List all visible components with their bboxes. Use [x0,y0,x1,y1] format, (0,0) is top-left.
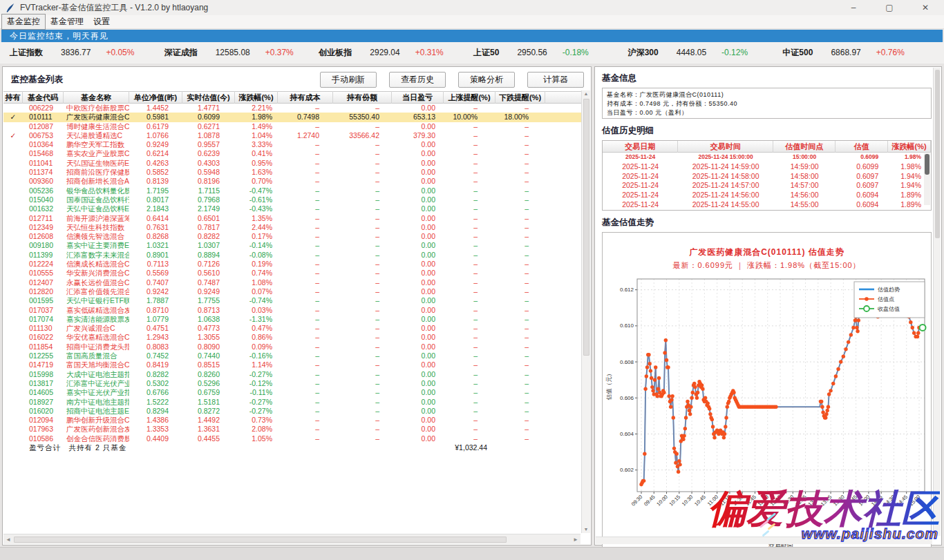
menu-item-fund-monitor[interactable]: 基金监控 [1,14,46,30]
manual-refresh-button[interactable]: 手动刷新 [320,72,377,88]
fund-table-row[interactable]: 011130广发兴诚混合C0.47510.47730.47%––0.00–– [3,324,583,333]
scrollbar-thumb[interactable] [14,537,507,543]
fund-table-row[interactable]: 014605嘉实中证光伏产业指数0.67660.6759-0.11%––0.00… [3,388,583,397]
header-cell[interactable]: 下跌提醒(%) [495,91,545,104]
value-cell: 0.6097 [836,181,888,191]
fund-table-row[interactable]: 017074嘉实清洁能源股票发起1.07791.0638-1.31%––0.00… [3,315,583,324]
minimize-button[interactable]: – [849,3,858,12]
history-row[interactable]: 2025-11-242025-11-24 14:56:0014:56:000.6… [603,191,931,200]
close-button[interactable]: ✕ [921,3,930,12]
fund-table-row[interactable]: ✓010111广发医药健康混合C0.59810.60991.98%0.74985… [3,113,583,122]
fund-table-row[interactable]: 010364鹏华空天军工指数0.92490.95573.33%––0.00–– [3,140,583,149]
scroll-right-icon[interactable]: ► [573,537,578,543]
fund-table-row[interactable]: 010555华安新兴消费混合C0.55690.56100.74%––0.00–– [3,269,583,278]
fund-table: 持有基金代码基金名称单位净值(昨)实时估值(今)涨跌幅(%)持有成本持有份额当日… [3,91,583,452]
fund-table-row[interactable]: 016022华安优嘉精选混合C1.29431.30550.86%––0.00–– [3,333,583,342]
alert-down-cell: – [495,204,545,213]
menu-item-settings[interactable]: 设置 [88,15,115,29]
history-scrollbar[interactable] [924,153,930,205]
fund-table-row[interactable]: 012608信澳领先智选混合0.82680.82820.17%––0.00–– [3,232,583,241]
calculator-button[interactable]: 计算器 [527,72,584,88]
history-row[interactable]: 2025-11-242025-11-24 14:55:0014:55:000.6… [603,200,931,210]
cost-cell: – [278,159,333,168]
fund-table-row[interactable]: 009360招商创新增长混合A0.81390.81960.70%––0.00–– [3,177,583,186]
view-history-button[interactable]: 查看历史 [389,72,446,88]
header-cell[interactable]: 估值 [836,141,888,153]
header-cell[interactable]: 实时估值(今) [182,91,235,104]
fund-table-row[interactable]: 005236银华食品饮料量化股票1.71951.7115-0.47%––0.00… [3,186,583,195]
history-row[interactable]: 2025-11-242025-11-24 14:57:0014:57:000.6… [603,181,931,191]
estimate-cell: 0.9557 [182,140,235,149]
scroll-left-icon[interactable]: ◄ [6,537,11,543]
panel-horizontal-scrollbar[interactable] [596,537,932,544]
fund-table-row[interactable]: 014719富国天旭均衡混合C0.84190.85151.14%––0.00–– [3,360,583,369]
estimate-cell: 1.5181 [182,398,235,407]
fund-table-row[interactable]: 010586创金合信医药消费股票0.44090.44551.05%––0.00–… [3,434,583,443]
fund-table-row[interactable]: 012094鹏华创新升级混合C1.43861.44920.73%––0.00–– [3,416,583,425]
scrollbar-thumb[interactable] [925,154,929,175]
fund-table-row[interactable]: 017037嘉实低碳精选混合发起0.87100.87130.03%––0.00–… [3,306,583,315]
history-row[interactable]: 2025-11-242025-11-24 14:58:0014:58:000.6… [603,172,931,182]
scrollbar-thumb[interactable] [583,99,589,356]
header-cell[interactable]: 单位净值(昨) [129,91,182,104]
fund-table-row[interactable]: 013817汇添富中证光伏产业指0.53020.5296-0.12%––0.00… [3,379,583,388]
fund-table-row[interactable]: 012820汇添富价值领先混合0.92420.92490.07%––0.00–– [3,287,583,296]
history-row[interactable]: 2025-11-242025-11-24 14:59:0014:59:000.6… [603,162,931,172]
fund-table-row[interactable]: 015468嘉实农业产业股票C0.62140.62390.41%––0.00–– [3,149,583,158]
header-cell[interactable]: 基金名称 [64,91,129,104]
fund-table-row[interactable]: 016020招商中证电池主题ETF0.82940.8272-0.27%––0.0… [3,407,583,416]
scroll-down-icon[interactable]: ▼ [584,526,589,533]
header-cell[interactable]: 涨跌幅(%) [235,91,278,104]
scrollbar-thumb[interactable] [935,70,940,238]
fund-table-row[interactable]: ✓006753天弘港股通精选C1.07661.08781.04%1.274033… [3,131,583,140]
fund-name: 广发兴诚混合C [64,324,129,333]
fund-table-row[interactable]: 012407永赢长远价值混合C0.74070.74871.08%––0.00–– [3,278,583,287]
fund-table-row[interactable]: 006229中欧医疗创新股票C1.44521.47712.21%––0.00–– [3,104,583,113]
fund-code: 012087 [23,122,64,131]
pnl-cell: 0.00 [392,149,444,158]
scroll-up-icon[interactable]: ▲ [584,90,589,97]
time-cell: 2025-11-24 14:55:00 [678,200,773,210]
fund-table-row[interactable]: 012349天弘恒生科技指数0.76310.78172.44%––0.00–– [3,223,583,232]
header-cell[interactable]: 估值时间点 [773,141,836,153]
header-cell[interactable]: 基金代码 [23,91,64,104]
header-cell[interactable]: 上涨提醒(%) [444,91,495,104]
fund-table-row[interactable]: 015040国泰国证食品饮料行业0.80170.7968-0.61%––0.00… [3,195,583,204]
maximize-button[interactable]: ▢ [885,3,894,12]
index-change: -0.18% [563,48,589,57]
header-cell[interactable]: 持有份额 [333,91,392,104]
fund-table-row[interactable]: 017963广发医药创新混合发起1.33531.36312.08%––0.00–… [3,425,583,434]
header-cell[interactable]: 持有 [3,91,23,104]
menu-item-fund-manage[interactable]: 基金管理 [46,15,88,29]
fund-table-row[interactable]: 011854招商中证消费龙头指数0.80830.80900.09%––0.00–… [3,342,583,351]
fund-table-horizontal-scrollbar[interactable]: ◄ ► [3,534,580,544]
fund-table-row[interactable]: 009180嘉实中证主要消费ETF1.03211.0307-0.14%––0.0… [3,241,583,250]
header-cell[interactable]: 交易时间 [678,141,773,153]
fund-table-row[interactable]: 001595天弘中证银行ETF联接1.78871.7755-0.74%––0.0… [3,296,583,305]
fund-code: 014605 [23,388,64,397]
panel-vertical-scrollbar[interactable] [933,68,941,536]
alert-up-cell: – [444,398,495,407]
header-cell[interactable]: 涨跌幅(%) [888,141,931,153]
fund-table-vertical-scrollbar[interactable]: ▲ ▼ [581,90,590,533]
header-cell[interactable]: 交易日期 [603,141,678,153]
fund-table-row[interactable]: 012255富国高质量混合0.74520.7440-0.16%––0.00–– [3,351,583,360]
fund-table-row[interactable]: 011041天弘国证生物医药ETF0.42630.43030.95%––0.00… [3,159,583,168]
shares-cell: – [333,177,392,186]
fund-table-row[interactable]: 012087博时健康生活混合C0.61790.62711.49%––0.00–– [3,122,583,131]
fund-table-row[interactable]: 011374招商前沿医疗保健股票0.58520.59481.63%––0.00–… [3,168,583,177]
estimate-cell: 0.6759 [182,388,235,397]
fund-table-row[interactable]: 015998大成中证电池主题指数0.82820.8260-0.27%––0.00… [3,370,583,379]
index-change: +0.05% [106,48,134,57]
fund-table-row[interactable]: 011399汇添富数字未来混合A0.89010.8894-0.08%––0.00… [3,251,583,260]
fund-table-row[interactable]: 012224信澳成长精选混合C0.71130.71260.19%––0.00–– [3,260,583,269]
fund-table-row[interactable]: 012711前海开源沪港深蓝筹精0.64140.65011.35%––0.00–… [3,214,583,223]
shares-cell: – [333,104,392,113]
header-cell[interactable]: 当日盈亏 [392,91,444,104]
fund-table-row[interactable]: 001632天弘中证食品饮料ETF2.18432.1749-0.43%––0.0… [3,204,583,213]
svg-text:14:15: 14:15 [870,494,884,508]
strategy-analysis-button[interactable]: 策略分析 [458,72,515,88]
fund-table-row[interactable]: 018927南方中证电池主题指数1.52221.5181-0.27%––0.00… [3,398,583,407]
history-row[interactable]: 2025-11-242025-11-24 15:00:0015:00:000.6… [603,153,931,162]
header-cell[interactable]: 持有成本 [278,91,333,104]
